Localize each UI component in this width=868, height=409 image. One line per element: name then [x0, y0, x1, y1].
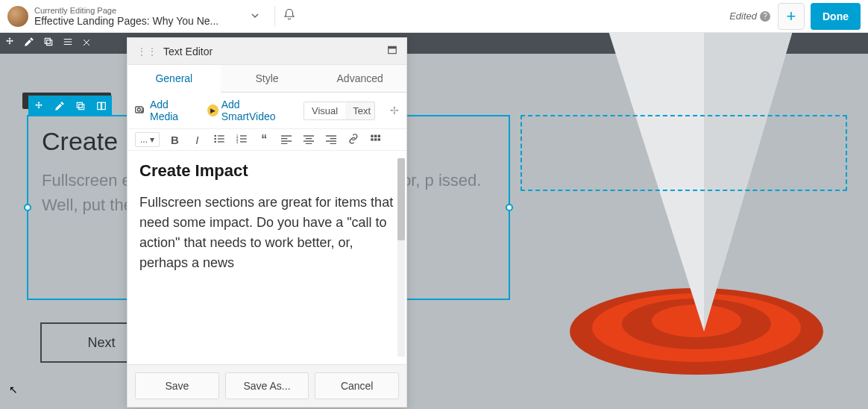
cursor-icon: ↖	[9, 384, 18, 396]
play-icon: ▶	[207, 104, 218, 116]
resize-handle-right[interactable]	[506, 204, 513, 211]
svg-rect-42	[378, 134, 380, 137]
row-settings-icon[interactable]	[24, 37, 34, 50]
svg-rect-29	[281, 137, 287, 138]
svg-rect-36	[326, 135, 336, 136]
cancel-button[interactable]: Cancel	[315, 372, 399, 399]
save-as-button[interactable]: Save As...	[225, 372, 309, 399]
page-title: Effective Landing Pages: Why You Ne...	[34, 15, 243, 27]
svg-rect-41	[374, 134, 377, 137]
hero-illustration	[450, 33, 868, 409]
svg-rect-0	[45, 38, 50, 43]
app-logo	[7, 6, 28, 27]
save-button[interactable]: Save	[135, 372, 219, 399]
svg-point-20	[215, 140, 217, 143]
svg-point-15	[137, 108, 140, 111]
column-layout-icon[interactable]	[91, 96, 112, 116]
svg-rect-23	[240, 135, 247, 136]
notifications-icon[interactable]	[283, 8, 296, 25]
module-toolbar	[28, 96, 112, 116]
svg-rect-33	[306, 137, 312, 138]
expand-panel-icon[interactable]	[387, 45, 397, 58]
mode-visual[interactable]: Visual	[304, 102, 345, 119]
bullet-list-icon[interactable]	[212, 134, 227, 146]
svg-rect-32	[304, 135, 314, 136]
add-smartvideo-button[interactable]: ▶ Add SmartVideo	[207, 99, 294, 122]
svg-rect-13	[389, 46, 397, 49]
builder-canvas[interactable]: Text Editor Settings Create I Fullscreen…	[0, 33, 868, 409]
add-smartvideo-label: Add SmartVideo	[221, 99, 293, 122]
svg-rect-39	[330, 143, 336, 143]
svg-rect-8	[77, 102, 82, 107]
align-left-icon[interactable]	[279, 134, 294, 146]
format-dropdown[interactable]: ... ▾	[135, 132, 160, 147]
svg-rect-28	[281, 135, 292, 136]
help-icon[interactable]: ?	[760, 11, 770, 22]
svg-rect-40	[371, 134, 374, 137]
content-body: Fullscreen sections are great for items …	[139, 193, 394, 273]
module-settings-icon[interactable]	[49, 96, 70, 116]
tab-advanced[interactable]: Advanced	[313, 65, 406, 93]
tab-general[interactable]: General	[128, 65, 221, 93]
svg-point-5	[652, 305, 741, 337]
svg-rect-27	[240, 141, 247, 142]
move-row-icon[interactable]	[4, 37, 15, 50]
svg-rect-37	[330, 137, 336, 138]
svg-rect-11	[102, 102, 106, 109]
panel-title: Text Editor	[163, 46, 387, 57]
title-dropdown-chevron[interactable]	[243, 5, 267, 28]
move-module-icon[interactable]	[28, 96, 49, 116]
divider	[274, 6, 275, 27]
rich-text-content[interactable]: Create Impact Fullscreen sections are gr…	[128, 151, 406, 364]
edited-indicator: Edited ?	[729, 10, 770, 22]
resize-handle-left[interactable]	[24, 204, 31, 211]
svg-rect-38	[326, 140, 336, 141]
add-content-button[interactable]: +	[778, 3, 805, 30]
page-title-block[interactable]: Currently Editing Page Effective Landing…	[34, 6, 243, 27]
tab-style[interactable]: Style	[221, 65, 314, 93]
number-list-icon[interactable]: 123	[234, 134, 249, 146]
text-editor-panel: ⋮⋮ Text Editor General Style Advanced Ad…	[127, 37, 407, 408]
scrollbar-thumb[interactable]	[397, 158, 405, 240]
svg-rect-43	[371, 138, 374, 140]
editor-mode-tabs: Visual Text	[304, 102, 375, 120]
panel-drag-handle-icon[interactable]: ⋮⋮	[136, 46, 157, 57]
add-media-label: Add Media	[150, 99, 197, 122]
content-heading: Create Impact	[139, 161, 394, 181]
svg-rect-44	[374, 138, 377, 140]
svg-rect-31	[281, 143, 287, 143]
svg-rect-34	[304, 140, 314, 141]
svg-rect-25	[240, 138, 247, 139]
formatting-toolbar: ... ▾ B I 123 “	[128, 129, 406, 151]
svg-point-16	[215, 134, 217, 137]
currently-editing-label: Currently Editing Page	[34, 6, 243, 15]
empty-column-dropzone[interactable]	[521, 115, 847, 191]
editor-settings-icon[interactable]: ✢	[390, 104, 399, 116]
row-menu-icon[interactable]	[63, 37, 73, 50]
bold-icon[interactable]: B	[167, 134, 182, 146]
toolbar-toggle-icon[interactable]	[368, 134, 383, 146]
mode-text[interactable]: Text	[345, 102, 375, 119]
camera-music-icon	[135, 104, 147, 117]
svg-rect-19	[218, 138, 224, 139]
svg-rect-30	[281, 140, 292, 141]
duplicate-row-icon[interactable]	[43, 37, 54, 50]
duplicate-module-icon[interactable]	[70, 96, 91, 116]
align-center-icon[interactable]	[301, 134, 316, 146]
italic-icon[interactable]: I	[189, 134, 204, 146]
add-media-button[interactable]: Add Media	[135, 99, 197, 122]
editor-footer: Save Save As... Cancel	[128, 364, 406, 407]
edited-label: Edited	[729, 10, 757, 22]
editor-tabs: General Style Advanced	[128, 65, 406, 93]
close-row-icon[interactable]	[82, 37, 91, 50]
svg-rect-1	[47, 40, 52, 46]
blockquote-icon[interactable]: “	[257, 133, 271, 146]
svg-rect-9	[79, 104, 84, 110]
align-right-icon[interactable]	[324, 134, 339, 146]
done-button[interactable]: Done	[811, 3, 861, 30]
svg-point-18	[215, 137, 217, 140]
svg-text:3: 3	[236, 140, 239, 144]
link-icon[interactable]	[346, 134, 361, 146]
svg-rect-35	[306, 143, 312, 143]
svg-rect-45	[378, 138, 380, 140]
